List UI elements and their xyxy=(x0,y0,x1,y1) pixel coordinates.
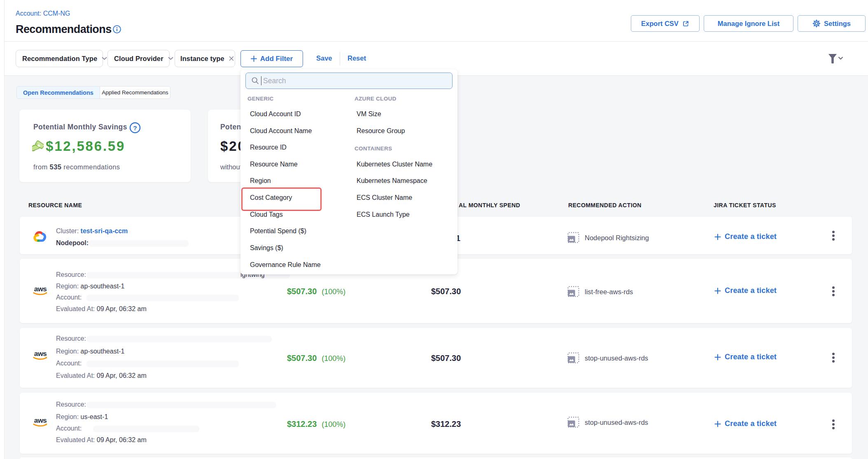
svg-text:?: ? xyxy=(133,124,137,131)
